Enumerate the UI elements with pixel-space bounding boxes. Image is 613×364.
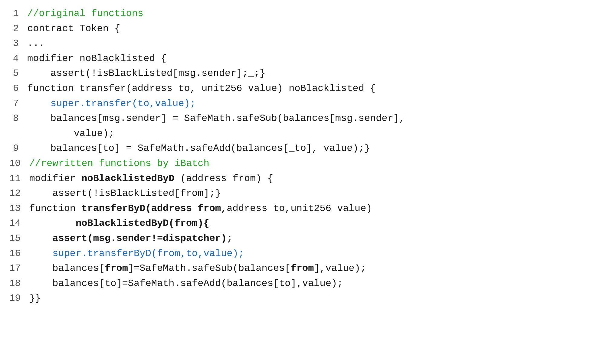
code-token: ( [145,203,151,214]
line-content: balances[msg.sender] = SafeMath.safeSub(… [27,111,604,126]
line-content: modifier noBlacklistedByD (address from)… [29,171,604,186]
line-content: function transfer(address to, unit256 va… [27,81,604,96]
code-token: contract Token { [27,23,120,34]
line-content: modifier noBlacklisted { [27,51,604,66]
code-line: 1//original functions [9,6,604,21]
code-token: assert(!isBlackListed[msg.sender];_;} [27,68,265,79]
code-line: 11modifier noBlacklistedByD (address fro… [9,171,604,186]
line-number: 2 [9,21,27,36]
line-number: 18 [9,276,29,291]
code-line: 13function transferByD(address from,addr… [9,201,604,216]
line-number: 3 [9,36,27,51]
line-number: 15 [9,231,29,246]
code-token: from [198,203,221,214]
line-content: balances[from]=SafeMath.safeSub(balances… [29,261,604,276]
line-number: 19 [9,291,29,306]
code-token: assert(msg.sender!=dispatcher); [52,233,232,244]
line-content: //original functions [27,6,604,21]
code-token: from [174,218,198,229]
line-number: 13 [9,201,29,216]
code-line: 15 assert(msg.sender!=dispatcher); [9,231,604,246]
code-line: 14 noBlacklistedByD(from){ [9,216,604,231]
code-token: transferByD [81,203,145,214]
line-content: balances[to] = SafeMath.safeAdd(balances… [27,141,604,156]
code-token: balances[to] = SafeMath.safeAdd(balances… [27,143,370,154]
line-content: //rewritten functions by iBatch [29,156,604,171]
code-token: ( [169,218,174,229]
code-token [27,98,51,109]
code-token: address to,unit256 value) [227,203,372,214]
line-number: 9 [9,141,27,156]
code-line: 8 balances[msg.sender] = SafeMath.safeSu… [9,111,604,126]
code-line: 2contract Token { [9,21,604,36]
line-content: contract Token { [27,21,604,36]
code-token: super.transfer(to,value); [51,98,196,109]
code-token: function [29,203,81,214]
code-line: 12 assert(!isBlackListed[from];} [9,186,604,201]
line-number: 11 [9,171,29,186]
code-token: //original functions [27,8,143,19]
code-token: (address from) { [174,173,273,184]
line-number: 1 [9,6,27,21]
code-token: balances[ [29,263,105,274]
line-content: super.transfer(to,value); [27,96,604,111]
code-token: assert(!isBlackListed[from];} [29,188,221,199]
line-number: 4 [9,51,27,66]
line-number: 17 [9,261,29,276]
code-token: ]=SafeMath.safeSub(balances[ [128,263,291,274]
code-token: modifier noBlacklisted { [27,53,167,64]
code-line: value); [9,126,604,141]
line-number: 7 [9,96,27,111]
code-line: 19}} [9,291,604,306]
code-line: 5 assert(!isBlackListed[msg.sender];_;} [9,66,604,81]
line-content: assert(!isBlackListed[from];} [29,186,604,201]
code-line: 6function transfer(address to, unit256 v… [9,81,604,96]
code-line: 18 balances[to]=SafeMath.safeAdd(balance… [9,276,604,291]
code-token [29,233,52,244]
code-line: 17 balances[from]=SafeMath.safeSub(balan… [9,261,604,276]
line-number: 14 [9,216,29,231]
line-content: }} [29,291,604,306]
line-content: assert(!isBlackListed[msg.sender];_;} [27,66,604,81]
code-line: 3... [9,36,604,51]
code-token: ],value); [314,263,366,274]
code-token: balances[to]=SafeMath.safeAdd(balances[t… [29,278,343,289]
code-token: noBlacklistedByD [81,173,174,184]
line-number: 6 [9,81,27,96]
code-token: value); [27,128,114,139]
line-content: super.transferByD(from,to,value); [29,246,604,261]
code-line: 10//rewritten functions by iBatch [9,156,604,171]
code-line: 4modifier noBlacklisted { [9,51,604,66]
code-token: noBlacklistedByD [76,218,169,229]
code-token: balances[msg.sender] = SafeMath.safeSub(… [27,113,405,124]
line-content: assert(msg.sender!=dispatcher); [29,231,604,246]
code-token: //rewritten functions by iBatch [29,158,209,169]
line-content: ... [27,36,604,51]
code-token: from [291,263,314,274]
code-token: from [105,263,128,274]
code-token: ... [27,38,45,49]
code-line: 7 super.transfer(to,value); [9,96,604,111]
code-token [29,248,52,259]
line-number: 12 [9,186,29,201]
code-token: }} [29,293,41,304]
line-number: 8 [9,111,27,126]
line-number: 10 [9,156,29,171]
code-token: , [221,203,227,214]
code-line: 16 super.transferByD(from,to,value); [9,246,604,261]
line-number: 5 [9,66,27,81]
code-block: 1//original functions2contract Token {3.… [9,6,604,306]
line-content: value); [27,126,604,141]
line-number: 16 [9,246,29,261]
code-token: address [151,203,198,214]
code-token: function transfer(address to, unit256 va… [27,83,376,94]
line-content: balances[to]=SafeMath.safeAdd(balances[t… [29,276,604,291]
code-token: super.transferByD(from,to,value); [52,248,244,259]
line-content: noBlacklistedByD(from){ [29,216,604,231]
code-token: ){ [198,218,209,229]
line-content: function transferByD(address from,addres… [29,201,604,216]
code-token: modifier [29,173,81,184]
code-token [29,218,76,229]
code-line: 9 balances[to] = SafeMath.safeAdd(balanc… [9,141,604,156]
